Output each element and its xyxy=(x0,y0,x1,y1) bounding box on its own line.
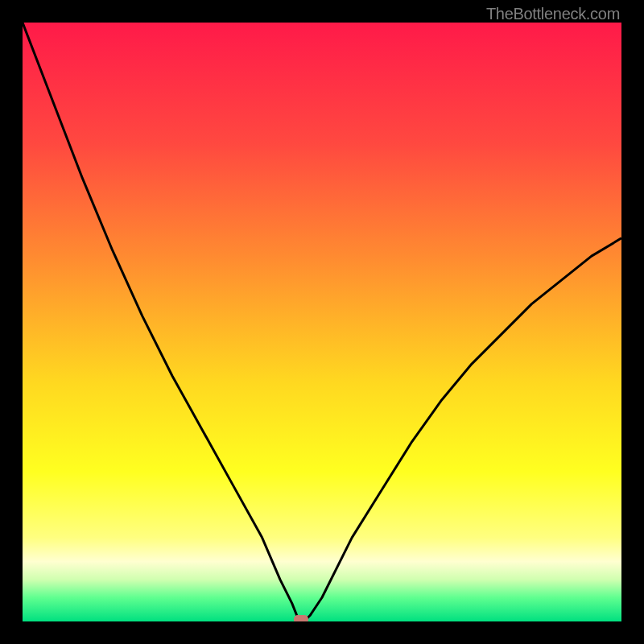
bottleneck-marker xyxy=(294,615,308,621)
chart-container: TheBottleneck.com xyxy=(0,0,644,644)
watermark-text: TheBottleneck.com xyxy=(486,5,620,23)
plot-area xyxy=(23,23,621,621)
bottleneck-curve xyxy=(23,23,621,621)
